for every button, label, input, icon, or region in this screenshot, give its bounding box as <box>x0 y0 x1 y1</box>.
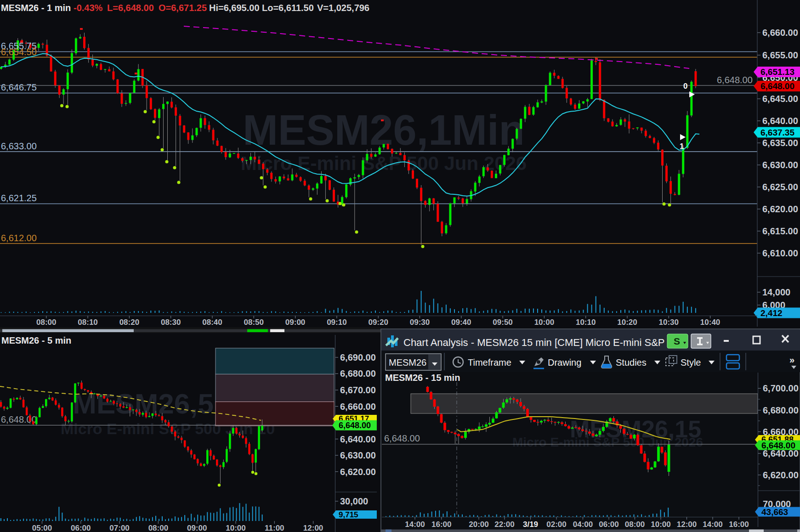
svg-text:6,655.00: 6,655.00 <box>762 50 798 60</box>
svg-text:O=6,671.25: O=6,671.25 <box>159 3 207 13</box>
svg-text:09:10: 09:10 <box>327 318 346 327</box>
svg-text:6,648.00: 6,648.00 <box>1 414 37 424</box>
svg-text:04:00: 04:00 <box>573 520 593 529</box>
svg-text:6,620.00: 6,620.00 <box>762 204 798 214</box>
svg-text:14:00: 14:00 <box>405 520 425 529</box>
svg-text:6,670.00: 6,670.00 <box>340 385 376 395</box>
svg-text:6,648.00: 6,648.00 <box>760 81 794 91</box>
svg-text:6,680.00: 6,680.00 <box>340 368 376 379</box>
svg-text:05:00: 05:00 <box>32 524 52 532</box>
svg-text:6,648.00: 6,648.00 <box>384 433 420 443</box>
svg-text:10:40: 10:40 <box>700 318 720 327</box>
svg-text:MESM26 - 15 min: MESM26 - 15 min <box>385 373 460 383</box>
svg-text:10:20: 10:20 <box>617 318 637 327</box>
svg-text:6,630.00: 6,630.00 <box>762 160 798 170</box>
svg-text:6,645.00: 6,645.00 <box>762 94 798 104</box>
svg-text:08:50: 08:50 <box>244 318 264 327</box>
svg-text:08:30: 08:30 <box>161 318 181 327</box>
svg-text:12:00: 12:00 <box>677 520 697 529</box>
svg-text:Studies: Studies <box>616 357 647 368</box>
svg-text:11:00: 11:00 <box>265 524 284 532</box>
svg-text:16:00: 16:00 <box>729 520 749 529</box>
svg-text:12:00: 12:00 <box>303 524 323 532</box>
svg-text:6,630.00: 6,630.00 <box>340 450 376 460</box>
svg-text:6,646.75: 6,646.75 <box>1 82 37 92</box>
svg-text:6,640.00: 6,640.00 <box>762 116 798 126</box>
svg-text:6,640.00: 6,640.00 <box>340 434 376 444</box>
svg-text:14:00: 14:00 <box>703 520 722 529</box>
svg-text:09:00: 09:00 <box>285 318 305 327</box>
svg-text:09:20: 09:20 <box>368 318 388 327</box>
svg-text:6,621.25: 6,621.25 <box>1 193 37 203</box>
svg-text:10:00: 10:00 <box>226 524 245 532</box>
svg-text:6,660.00: 6,660.00 <box>762 28 798 38</box>
svg-text:10:00: 10:00 <box>651 520 670 529</box>
svg-text:10:00: 10:00 <box>534 318 554 327</box>
svg-text:6,690.00: 6,690.00 <box>340 352 376 362</box>
svg-text:02:00: 02:00 <box>546 520 566 529</box>
svg-text:6,620.00: 6,620.00 <box>340 467 376 477</box>
svg-text:6,660.00: 6,660.00 <box>340 402 376 412</box>
svg-text:6,700.00: 6,700.00 <box>763 383 799 393</box>
svg-text:30,000: 30,000 <box>340 496 368 506</box>
svg-text:08:00: 08:00 <box>625 520 645 529</box>
svg-text:09:40: 09:40 <box>451 318 471 327</box>
svg-text:Drawing: Drawing <box>548 357 581 368</box>
svg-text:6,680.00: 6,680.00 <box>763 405 799 415</box>
svg-text:Hi=6,695.00: Hi=6,695.00 <box>209 3 260 13</box>
svg-text:6,651.13: 6,651.13 <box>760 67 794 77</box>
svg-text:Lo=6,611.50: Lo=6,611.50 <box>262 3 314 13</box>
svg-text:3/19: 3/19 <box>523 520 538 529</box>
svg-text:09:00: 09:00 <box>187 524 207 532</box>
svg-text:MESM26 - 5 min: MESM26 - 5 min <box>1 335 71 345</box>
svg-text:Timeframe: Timeframe <box>468 357 511 368</box>
svg-text:6,620.00: 6,620.00 <box>763 470 799 480</box>
svg-text:6,654.50: 6,654.50 <box>1 47 37 57</box>
svg-text:6,648.00: 6,648.00 <box>717 75 753 85</box>
svg-text:09:50: 09:50 <box>493 318 512 327</box>
svg-text:6,610.00: 6,610.00 <box>762 248 798 258</box>
svg-text:6,612.00: 6,612.00 <box>1 233 37 243</box>
svg-text:09:30: 09:30 <box>410 318 430 327</box>
svg-text:9,715: 9,715 <box>339 510 358 519</box>
svg-text:22:00: 22:00 <box>494 520 514 529</box>
svg-text:MESM26 - 1 min: MESM26 - 1 min <box>1 3 71 13</box>
svg-text:08:40: 08:40 <box>202 318 222 327</box>
svg-text:10:10: 10:10 <box>576 318 596 327</box>
svg-text:S: S <box>674 336 680 346</box>
svg-text:1: 1 <box>680 142 684 151</box>
svg-text:6,625.00: 6,625.00 <box>762 182 798 192</box>
svg-text:6,637.35: 6,637.35 <box>760 128 794 137</box>
svg-text:07:00: 07:00 <box>109 524 129 532</box>
svg-text:MESM26: MESM26 <box>389 357 426 368</box>
svg-text:43,663: 43,663 <box>761 507 788 517</box>
svg-text:Chart Analysis - MESM26 15 min: Chart Analysis - MESM26 15 min [CME] Mic… <box>403 337 687 348</box>
svg-text:14,000: 14,000 <box>762 287 790 297</box>
svg-text:2,412: 2,412 <box>760 308 783 318</box>
svg-text:08:10: 08:10 <box>78 318 97 327</box>
svg-text:Micro E-mini S&P 500 Jun 2026: Micro E-mini S&P 500 Jun 2026 <box>512 435 703 449</box>
svg-text:10:30: 10:30 <box>659 318 679 327</box>
svg-text:V=1,025,796: V=1,025,796 <box>317 3 369 13</box>
svg-text:6,633.00: 6,633.00 <box>1 141 37 151</box>
svg-text:08:00: 08:00 <box>148 524 168 532</box>
svg-text:6,648.00: 6,648.00 <box>761 441 795 450</box>
svg-text:08:20: 08:20 <box>119 318 139 327</box>
svg-text:6,615.00: 6,615.00 <box>762 226 798 236</box>
svg-text:06:00: 06:00 <box>71 524 91 532</box>
svg-text:16:00: 16:00 <box>431 520 451 529</box>
svg-text:L=6,648.00: L=6,648.00 <box>107 3 154 13</box>
svg-text:06:00: 06:00 <box>599 520 618 529</box>
svg-text:»: » <box>789 355 794 365</box>
svg-text:Style: Style <box>681 357 701 368</box>
svg-text:20:00: 20:00 <box>469 520 488 529</box>
svg-text:6,648.00: 6,648.00 <box>339 421 371 430</box>
svg-text:-0.43%: -0.43% <box>74 3 103 13</box>
svg-text:6,635.00: 6,635.00 <box>762 138 798 148</box>
svg-text:0: 0 <box>683 82 687 91</box>
svg-text:08:00: 08:00 <box>36 318 56 327</box>
